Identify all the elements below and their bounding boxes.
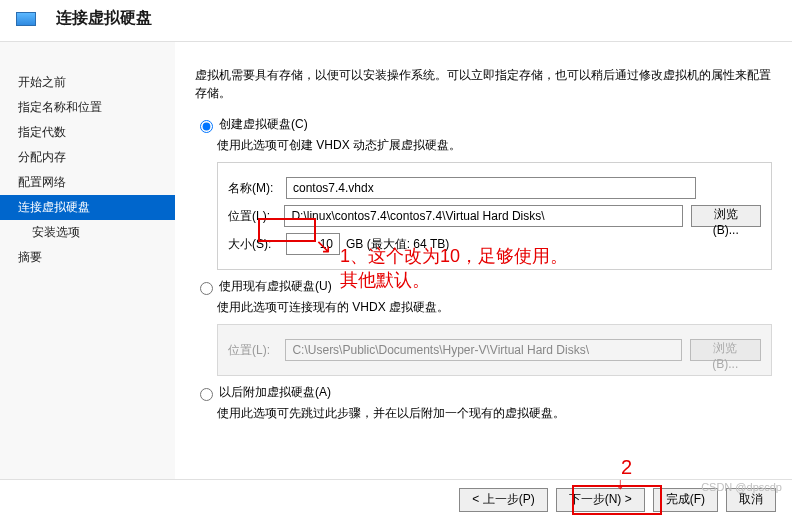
annotation-text-2: 2: [621, 454, 632, 481]
watermark: CSDN @dpscdp: [701, 481, 782, 493]
intro-text: 虚拟机需要具有存储，以便可以安装操作系统。可以立即指定存储，也可以稍后通过修改虚…: [195, 66, 772, 102]
radio-later[interactable]: [200, 388, 213, 401]
main-body: 开始之前 指定名称和位置 指定代数 分配内存 配置网络 连接虚拟硬盘 安装选项 …: [0, 42, 792, 492]
sidebar-item-connect-vhd[interactable]: 连接虚拟硬盘: [0, 195, 175, 220]
browse-button[interactable]: 浏览(B)...: [691, 205, 762, 227]
option-later-hint: 使用此选项可先跳过此步骤，并在以后附加一个现有的虚拟硬盘。: [217, 405, 772, 422]
annotation-text-1: 1、这个改为10，足够使用。 其他默认。: [340, 244, 568, 293]
existing-browse-button: 浏览(B)...: [690, 339, 761, 361]
app-icon: [16, 12, 36, 26]
option-create-label: 创建虚拟硬盘(C): [219, 116, 308, 133]
size-label: 大小(S):: [228, 236, 286, 253]
wizard-footer: < 上一步(P) 下一步(N) > 完成(F) 取消: [0, 479, 792, 519]
option-attach-later[interactable]: 以后附加虚拟硬盘(A): [195, 384, 772, 401]
window-header: 连接虚拟硬盘: [0, 0, 792, 42]
sidebar-item-memory[interactable]: 分配内存: [0, 145, 175, 170]
existing-group: 位置(L): 浏览(B)...: [217, 324, 772, 376]
sidebar-item-before-begin[interactable]: 开始之前: [0, 70, 175, 95]
option-existing-label: 使用现有虚拟硬盘(U): [219, 278, 332, 295]
location-label: 位置(L):: [228, 208, 284, 225]
next-button[interactable]: 下一步(N) >: [556, 488, 645, 512]
existing-location-input: [285, 339, 681, 361]
sidebar-item-network[interactable]: 配置网络: [0, 170, 175, 195]
wizard-sidebar: 开始之前 指定名称和位置 指定代数 分配内存 配置网络 连接虚拟硬盘 安装选项 …: [0, 42, 175, 492]
existing-location-label: 位置(L):: [228, 342, 285, 359]
sidebar-item-summary[interactable]: 摘要: [0, 245, 175, 270]
sidebar-item-install-options[interactable]: 安装选项: [0, 220, 175, 245]
option-existing-hint: 使用此选项可连接现有的 VHDX 虚拟硬盘。: [217, 299, 772, 316]
sidebar-item-generation[interactable]: 指定代数: [0, 120, 175, 145]
name-input[interactable]: [286, 177, 696, 199]
option-create-vhd[interactable]: 创建虚拟硬盘(C): [195, 116, 772, 133]
sidebar-item-name-location[interactable]: 指定名称和位置: [0, 95, 175, 120]
prev-button[interactable]: < 上一步(P): [459, 488, 547, 512]
name-label: 名称(M):: [228, 180, 286, 197]
option-create-hint: 使用此选项可创建 VHDX 动态扩展虚拟硬盘。: [217, 137, 772, 154]
size-input[interactable]: [286, 233, 340, 255]
content-pane: 虚拟机需要具有存储，以便可以安装操作系统。可以立即指定存储，也可以稍后通过修改虚…: [175, 42, 792, 492]
page-title: 连接虚拟硬盘: [56, 8, 152, 29]
option-later-label: 以后附加虚拟硬盘(A): [219, 384, 331, 401]
radio-create[interactable]: [200, 120, 213, 133]
location-input[interactable]: [284, 205, 682, 227]
radio-existing[interactable]: [200, 282, 213, 295]
